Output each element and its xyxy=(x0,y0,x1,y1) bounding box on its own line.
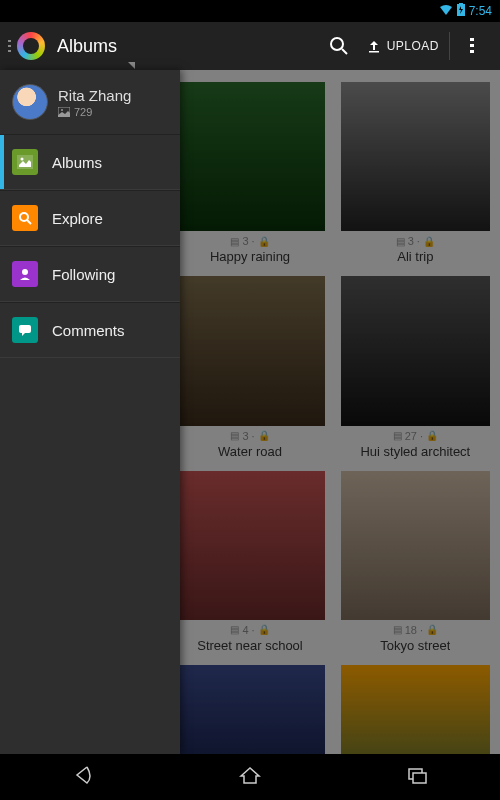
profile-section[interactable]: Rita Zhang 729 xyxy=(0,70,180,134)
nav-label: Explore xyxy=(52,210,103,227)
status-bar: 7:54 xyxy=(0,0,500,22)
back-button[interactable] xyxy=(69,761,97,793)
svg-rect-5 xyxy=(470,38,474,41)
upload-icon xyxy=(367,39,381,53)
menu-icon[interactable] xyxy=(8,40,11,52)
svg-point-14 xyxy=(22,269,28,275)
nav-item-explore[interactable]: Explore xyxy=(0,190,180,246)
explore-icon xyxy=(12,205,38,231)
nav-item-following[interactable]: Following xyxy=(0,246,180,302)
status-time: 7:54 xyxy=(469,4,492,18)
upload-button[interactable]: UPLOAD xyxy=(359,26,447,66)
svg-point-9 xyxy=(61,109,63,111)
svg-rect-4 xyxy=(369,51,379,53)
divider xyxy=(449,32,450,60)
following-icon xyxy=(12,261,38,287)
svg-line-3 xyxy=(342,49,347,54)
recent-apps-button[interactable] xyxy=(403,761,431,793)
nav-item-comments[interactable]: Comments xyxy=(0,302,180,358)
system-nav-bar xyxy=(0,754,500,800)
svg-rect-15 xyxy=(19,325,31,333)
photo-icon xyxy=(58,107,70,117)
battery-icon xyxy=(457,3,465,19)
overflow-menu-button[interactable] xyxy=(452,26,492,66)
navigation-drawer: Rita Zhang 729 Albums Explore Following … xyxy=(0,70,180,754)
search-button[interactable] xyxy=(319,26,359,66)
avatar xyxy=(12,84,48,120)
app-bar: Albums UPLOAD xyxy=(0,22,500,70)
svg-point-12 xyxy=(20,213,28,221)
home-button[interactable] xyxy=(236,761,264,793)
svg-rect-17 xyxy=(413,773,426,783)
nav-label: Following xyxy=(52,266,115,283)
svg-rect-6 xyxy=(470,44,474,47)
svg-line-13 xyxy=(27,220,31,224)
dropdown-indicator-icon xyxy=(128,62,135,69)
page-title[interactable]: Albums xyxy=(57,36,319,57)
app-logo-icon[interactable] xyxy=(17,32,45,60)
svg-point-2 xyxy=(331,38,343,50)
svg-point-11 xyxy=(21,158,24,161)
nav-label: Albums xyxy=(52,154,102,171)
albums-icon xyxy=(12,149,38,175)
svg-rect-7 xyxy=(470,50,474,53)
profile-name: Rita Zhang xyxy=(58,87,131,104)
nav-item-albums[interactable]: Albums xyxy=(0,134,180,190)
overflow-icon xyxy=(470,38,474,54)
search-icon xyxy=(329,36,349,56)
wifi-icon xyxy=(439,4,453,19)
nav-label: Comments xyxy=(52,322,125,339)
svg-rect-1 xyxy=(459,3,463,5)
profile-photo-count: 729 xyxy=(58,106,131,118)
comments-icon xyxy=(12,317,38,343)
upload-label: UPLOAD xyxy=(387,39,439,53)
